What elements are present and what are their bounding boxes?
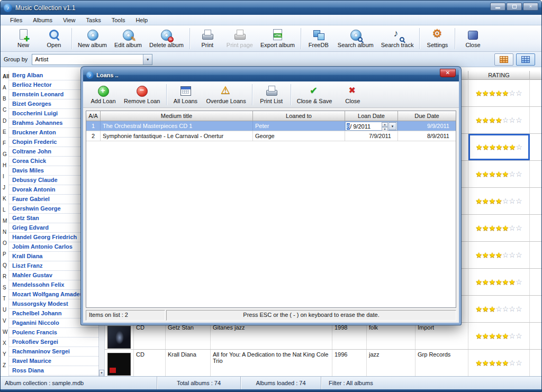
cell-rating[interactable]: ★★★★★☆☆	[468, 323, 530, 349]
loans-dialog-close-button[interactable]: ✕	[440, 69, 456, 77]
menu-files[interactable]: Files	[5, 16, 28, 24]
cell-title: Gitanes jazz	[211, 323, 332, 349]
loan-row[interactable]: 2Symphonie fantastique - Le Carnaval - O…	[86, 131, 456, 141]
settings-button[interactable]: Settings	[422, 26, 453, 51]
cell-rating[interactable]: ★★★★★☆☆	[468, 215, 530, 241]
album-cover	[107, 326, 131, 349]
alpha-s[interactable]: S	[1, 282, 8, 293]
loans-add-loan-button[interactable]: Add Loan	[86, 83, 120, 107]
search-album-button[interactable]: Search album	[334, 26, 377, 51]
chevron-down-icon[interactable]: ▼	[143, 54, 152, 65]
cell-rating[interactable]: ★★★☆☆☆☆	[468, 296, 530, 322]
alpha-r[interactable]: R	[1, 271, 8, 282]
export-album-button[interactable]: Export album	[257, 26, 299, 51]
loans-close-save-button[interactable]: Close & Save	[293, 83, 336, 107]
alpha-u[interactable]: U	[1, 304, 8, 315]
close-window-button[interactable]: ×	[523, 3, 538, 11]
menu-tasks[interactable]: Tasks	[81, 16, 106, 24]
alpha-all[interactable]: All	[1, 71, 8, 82]
cell-rating[interactable]: ★★★★☆☆☆	[468, 242, 530, 268]
loans-dialog-titlebar[interactable]: ♪ Loans .. ✕	[83, 69, 459, 81]
date-spinner[interactable]: ▲▼	[382, 122, 388, 130]
titlebar[interactable]: ♪ Music Collection v1.1 ×	[1, 1, 541, 15]
artist-item[interactable]: Poulenc Francis	[9, 328, 98, 338]
cell-rating[interactable]: ★★★★★☆☆	[468, 350, 530, 376]
alpha-e[interactable]: E	[1, 126, 8, 138]
freedb-button[interactable]: FreeDB	[303, 26, 334, 51]
artist-item[interactable]: Rachmaninov Sergei	[9, 347, 98, 357]
new-button[interactable]: ✚New	[8, 26, 39, 51]
alpha-g[interactable]: G	[1, 149, 8, 160]
alpha-i[interactable]: I	[1, 171, 8, 182]
minimize-button[interactable]	[490, 3, 505, 11]
alpha-b[interactable]: B	[1, 93, 8, 104]
cell-rating[interactable]: ★★★★★☆☆	[468, 80, 530, 106]
alpha-d[interactable]: D	[1, 115, 8, 126]
cell-rating[interactable]: ★★★★★☆☆	[468, 161, 530, 187]
album-row[interactable]: CDGetz StanGitanes jazz1998folkImport★★★…	[105, 323, 541, 350]
alpha-n[interactable]: N	[1, 226, 8, 238]
groupby-select[interactable]: Artist ▼	[32, 54, 152, 65]
alpha-k[interactable]: K	[1, 193, 8, 204]
view-cards-button[interactable]	[494, 53, 513, 66]
artist-item[interactable]: Ravel Maurice	[9, 357, 98, 366]
alpha-m[interactable]: M	[1, 215, 8, 226]
cell-rating[interactable]: ★★★★★★☆	[468, 134, 530, 160]
alpha-c[interactable]: C	[1, 104, 8, 115]
menu-view[interactable]: View	[58, 16, 81, 24]
edit-album-button[interactable]: ✎Edit album	[111, 26, 146, 51]
alpha-a[interactable]: A	[1, 82, 8, 93]
close-button[interactable]: Close	[457, 26, 488, 51]
spin-up-icon[interactable]: ▲	[382, 122, 388, 127]
alpha-p[interactable]: P	[1, 249, 8, 260]
artist-item[interactable]: Ross Diana	[9, 366, 98, 376]
alpha-x[interactable]: X	[1, 338, 8, 349]
alpha-l[interactable]: L	[1, 204, 8, 215]
cell-rating[interactable]: ★★★★★★☆	[468, 269, 530, 295]
view-table-button[interactable]	[516, 53, 535, 66]
maximize-button[interactable]	[507, 3, 522, 11]
alpha-j[interactable]: J	[1, 182, 8, 193]
cell-rating[interactable]: ★★★★☆☆☆	[468, 107, 530, 133]
cell-rating[interactable]: ★★★★☆☆☆	[468, 188, 530, 214]
loans-column-header-loan-date[interactable]: Loan Date	[345, 111, 398, 121]
alpha-f[interactable]: F	[1, 138, 8, 149]
delete-album-button[interactable]: −Delete album	[146, 26, 187, 51]
new-album-button[interactable]: New album	[74, 26, 111, 51]
alpha-t[interactable]: T	[1, 293, 8, 304]
alpha-y[interactable]: Y	[1, 349, 8, 360]
search-track-button[interactable]: Search track	[377, 26, 418, 51]
alpha-q[interactable]: Q	[1, 260, 8, 271]
loans-column-header-a-a[interactable]: A/A	[86, 111, 101, 121]
alpha-o[interactable]: O	[1, 238, 8, 249]
loan-row[interactable]: 1The Orchestral Masterpieces CD 1Peter8/…	[86, 121, 456, 131]
loans-all-loans-button[interactable]: All Loans	[169, 83, 203, 107]
open-button[interactable]: Open	[39, 26, 69, 51]
print-button[interactable]: Print	[192, 26, 223, 51]
menu-help[interactable]: Help	[130, 16, 153, 24]
spin-down-icon[interactable]: ▼	[382, 127, 388, 131]
loan-date-editor[interactable]: 8/ 9/2011▲▼▼	[345, 122, 398, 131]
alpha-h[interactable]: H	[1, 160, 8, 171]
loans-column-header-medium-title[interactable]: Medium title	[101, 111, 253, 121]
loan-date-cell[interactable]: 8/ 9/2011▲▼▼	[345, 121, 398, 131]
star-icon: ★	[496, 143, 503, 151]
menu-albums[interactable]: Albums	[28, 16, 58, 24]
alpha-w[interactable]: W	[1, 326, 8, 338]
menu-tools[interactable]: Tools	[106, 16, 131, 24]
loans-remove-loan-button[interactable]: Remove Loan	[120, 83, 164, 107]
star-icon: ☆	[502, 305, 509, 313]
loans-column-header-loaned-to[interactable]: Loaned to	[253, 111, 345, 121]
print-page-button[interactable]: Print page	[223, 26, 257, 51]
loans-column-header-due-date[interactable]: Due Date	[398, 111, 456, 121]
loans-print-list-button[interactable]: Print List	[255, 83, 288, 107]
loans-close-button[interactable]: Close	[336, 83, 369, 107]
artist-item[interactable]: Prokofiev Sergei	[9, 338, 98, 347]
column-header-rating[interactable]: RATING	[468, 71, 530, 80]
album-row[interactable]: CDKrall DianaAll for You: A Dedication t…	[105, 350, 541, 377]
alpha-v[interactable]: V	[1, 315, 8, 326]
loans-overdue-loans-button[interactable]: Overdue Loans	[203, 83, 250, 107]
date-dropdown-button[interactable]: ▼	[389, 122, 396, 130]
alpha-z[interactable]: Z	[1, 360, 8, 371]
printer-icon	[233, 29, 247, 41]
